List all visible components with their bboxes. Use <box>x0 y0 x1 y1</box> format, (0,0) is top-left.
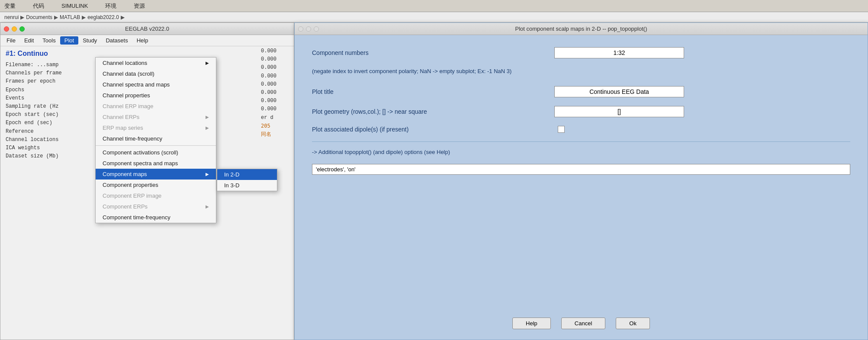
menu-erp-map-series: ERP map series ▶ <box>96 122 216 133</box>
menu-component-erps-label: Component ERPs <box>103 203 148 210</box>
addon-row: -> Additional topopplot() (and dipole) o… <box>312 149 850 155</box>
menu-divider-1 <box>96 145 216 146</box>
menu-component-maps[interactable]: Component maps ▶ In 2-D In 3-D <box>96 169 216 180</box>
menu-component-maps-label: Component maps <box>103 171 147 177</box>
plot-title-row: Plot title <box>312 86 850 97</box>
dialog-divider <box>312 141 850 142</box>
menu-component-erp-image-label: Component ERP image <box>103 192 161 199</box>
minimize-button[interactable] <box>12 26 17 32</box>
dialog-minimize-button[interactable] <box>306 26 311 32</box>
menu-file[interactable]: File <box>2 36 20 45</box>
dipole-row: Plot associated dipole(s) (if present) <box>312 126 850 133</box>
window-controls <box>4 26 25 32</box>
submenu-in-3d[interactable]: In 3-D <box>217 180 277 191</box>
dataset-heading: #1: Continuo <box>6 50 289 58</box>
component-numbers-input[interactable] <box>554 47 684 58</box>
arrow-icon-erp-map: ▶ <box>206 125 209 130</box>
plot-title-label: Plot title <box>312 88 554 95</box>
menu-study[interactable]: Study <box>78 36 101 45</box>
close-button[interactable] <box>4 26 9 32</box>
breadcrumb-part-2: Documents <box>26 14 52 20</box>
dialog-title: Plot component scalp maps in 2-D -- pop_… <box>515 26 647 32</box>
eeglab-menubar: File Edit Tools Plot Study Datasets Help <box>0 35 294 46</box>
menu-component-erps: Component ERPs ▶ <box>96 201 216 212</box>
addon-input[interactable] <box>312 164 850 175</box>
arrow-icon: ▶ <box>206 61 209 65</box>
maximize-button[interactable] <box>19 26 25 32</box>
menu-channel-erps-label: Channel ERPs <box>103 114 139 120</box>
component-maps-submenu: In 2-D In 3-D <box>217 169 277 191</box>
cancel-button[interactable]: Cancel <box>561 318 605 329</box>
menu-channel-erp-image: Channel ERP image <box>96 101 216 112</box>
menu-component-timefreq[interactable]: Component time-frequency <box>96 212 216 223</box>
breadcrumb-part-3: MATLAB <box>60 14 80 20</box>
menu-channel-data-scroll[interactable]: Channel data (scroll) <box>96 68 216 79</box>
menu-channel-locations-label: Channel locations <box>103 60 147 66</box>
num-4: 0.000 <box>261 80 292 89</box>
menu-component-activations[interactable]: Component activations (scroll) <box>96 147 216 158</box>
dialog-maximize-button[interactable] <box>314 26 319 32</box>
menu-channel-erps: Channel ERPs ▶ <box>96 112 216 122</box>
arrow-icon-comp-erps: ▶ <box>206 204 209 209</box>
component-note: (negate index to invert component polari… <box>312 67 850 76</box>
num-0: 0.000 <box>261 47 292 55</box>
menu-channel-properties[interactable]: Channel properties <box>96 90 216 101</box>
arrow-icon-component-maps: ▶ <box>206 172 209 176</box>
num-1: 0.000 <box>261 55 292 64</box>
menu-channel-data-scroll-label: Channel data (scroll) <box>103 71 154 77</box>
topbar-item-code[interactable]: 代码 <box>33 2 44 10</box>
menu-help[interactable]: Help <box>132 36 153 45</box>
plot-dropdown-menu: Channel locations ▶ Channel data (scroll… <box>95 57 216 223</box>
num-6: 0.000 <box>261 97 292 105</box>
eeglab-titlebar: EEGLAB v2022.0 <box>0 23 294 35</box>
breadcrumb: nenrui ▶ Documents ▶ MATLAB ▶ eeglab2022… <box>0 12 868 22</box>
dipole-checkbox[interactable] <box>558 126 565 133</box>
topbar-item-resources[interactable]: 资源 <box>134 2 145 10</box>
dialog-body: Component numbers (negate index to inver… <box>295 35 868 194</box>
menu-tools[interactable]: Tools <box>38 36 60 45</box>
num-7: 0.000 <box>261 105 292 113</box>
addon-label: -> Additional topopplot() (and dipole) o… <box>312 149 450 155</box>
num-5: 0.000 <box>261 89 292 97</box>
dialog-window: Plot component scalp maps in 2-D -- pop_… <box>294 22 868 340</box>
num-3: 0.000 <box>261 72 292 80</box>
menu-edit[interactable]: Edit <box>20 36 38 45</box>
arrow-icon-erps: ▶ <box>206 115 209 119</box>
numbers-column: 0.000 0.000 0.000 0.000 0.000 0.000 0.00… <box>259 46 294 139</box>
topbar-item-variables[interactable]: 变量 <box>4 2 16 10</box>
plot-geometry-input[interactable] <box>554 106 684 117</box>
component-numbers-row: Component numbers <box>312 47 850 58</box>
plot-title-input[interactable] <box>554 86 684 97</box>
menu-channel-timefreq-label: Channel time-frequency <box>103 135 162 142</box>
component-numbers-label: Component numbers <box>312 49 554 56</box>
ok-button[interactable]: Ok <box>616 318 650 329</box>
breadcrumb-part-4: eeglab2022.0 <box>87 14 119 20</box>
help-button[interactable]: Help <box>512 318 551 329</box>
menu-component-properties[interactable]: Component properties <box>96 180 216 190</box>
num-2: 0.000 <box>261 64 292 72</box>
menu-component-properties-label: Component properties <box>103 182 158 188</box>
num-8: er d <box>261 114 292 122</box>
submenu-in-2d[interactable]: In 2-D <box>217 169 277 180</box>
menu-channel-erp-image-label: Channel ERP image <box>103 103 154 109</box>
num-10: 同名 <box>261 130 292 138</box>
topbar-item-simulink[interactable]: SIMULINK <box>61 3 88 9</box>
menu-component-spectra-label: Component spectra and maps <box>103 160 178 167</box>
menu-channel-spectra[interactable]: Channel spectra and maps <box>96 79 216 90</box>
menu-component-activations-label: Component activations (scroll) <box>103 149 178 156</box>
num-9: 205 <box>261 122 292 130</box>
menu-channel-locations[interactable]: Channel locations ▶ <box>96 58 216 68</box>
breadcrumb-part-1: nenrui <box>4 14 19 20</box>
menu-plot[interactable]: Plot <box>60 36 78 45</box>
dialog-titlebar: Plot component scalp maps in 2-D -- pop_… <box>295 23 868 35</box>
menu-component-timefreq-label: Component time-frequency <box>103 214 170 221</box>
menu-erp-map-series-label: ERP map series <box>103 125 143 131</box>
dialog-close-button[interactable] <box>298 26 303 32</box>
eeglab-title: EEGLAB v2022.0 <box>125 26 169 32</box>
dialog-controls <box>298 26 319 32</box>
menu-datasets[interactable]: Datasets <box>101 36 132 45</box>
menu-channel-timefreq[interactable]: Channel time-frequency <box>96 133 216 144</box>
topbar-item-env[interactable]: 环境 <box>105 2 116 10</box>
menu-component-spectra[interactable]: Component spectra and maps <box>96 158 216 169</box>
matlab-topbar: 变量 代码 SIMULINK 环境 资源 <box>0 0 868 12</box>
